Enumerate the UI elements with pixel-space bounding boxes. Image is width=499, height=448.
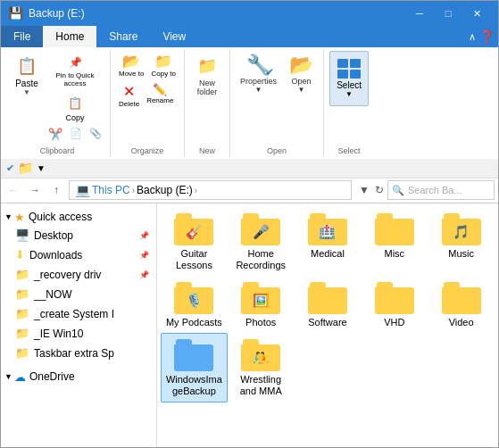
select-label: Select — [324, 146, 374, 155]
open-dropdown[interactable]: ▼ — [298, 86, 305, 94]
copy-path-button[interactable]: 📄 — [67, 126, 85, 143]
file-name: Music — [448, 248, 474, 260]
breadcrumb-backup[interactable]: Backup (E:) — [137, 184, 193, 196]
rename-icon: ✏️ — [153, 83, 167, 96]
move-to-label: Move to — [119, 70, 144, 78]
delete-icon: ✕ — [123, 83, 135, 100]
paste-shortcut-icon: 📎 — [89, 128, 102, 139]
desktop-icon: 🖥️ — [15, 228, 29, 242]
rename-label: Rename — [146, 96, 173, 104]
ribbon-tabs: File Home Share View ∧ ❓ — [1, 26, 498, 47]
clipboard-group: 📋 Paste ▼ 📌 Pin to Quickaccess 📋 Copy — [4, 49, 111, 157]
file-item[interactable]: 🎸Guitar Lessons — [161, 207, 228, 276]
clipboard-label: Clipboard — [4, 146, 110, 155]
sidebar-downloads-label: Downloads — [29, 249, 82, 261]
ribbon-collapse[interactable]: ∧ — [469, 31, 476, 43]
copy-button[interactable]: 📋 Copy — [46, 92, 104, 124]
tab-view[interactable]: View — [150, 26, 198, 47]
paste-shortcut-button[interactable]: 📎 — [87, 126, 104, 143]
sidebar-item-ie[interactable]: 📁 _IE Win10 — [1, 324, 156, 344]
file-name: Software — [308, 317, 346, 328]
tab-file[interactable]: File — [1, 26, 43, 47]
open-label: Open — [292, 77, 312, 86]
maximize-button[interactable]: □ — [434, 1, 462, 26]
breadcrumb-thispc[interactable]: This PC — [92, 184, 130, 196]
pin-quick-access-button[interactable]: 📌 Pin to Quickaccess — [46, 51, 104, 90]
tab-share[interactable]: Share — [96, 26, 150, 47]
qat-dropdown[interactable]: ▼ — [37, 163, 46, 173]
sidebar-recovery-label: _recovery driv — [34, 269, 101, 281]
file-item[interactable]: 🖼️Photos — [228, 276, 295, 333]
search-box[interactable]: 🔍 Search Ba... — [387, 180, 495, 200]
select-button[interactable]: Select ▼ — [329, 51, 369, 106]
copy-to-icon: 📁 — [154, 53, 172, 70]
file-item[interactable]: Misc — [361, 207, 428, 276]
new-folder-icon: 📁 — [195, 54, 220, 79]
sidebar-item-desktop[interactable]: 🖥️ Desktop 📌 — [1, 226, 156, 245]
file-name: Video — [449, 317, 474, 328]
new-folder-button[interactable]: 📁 Newfolder — [190, 51, 224, 99]
paste-dropdown[interactable]: ▼ — [23, 88, 30, 96]
properties-check-icon: ✔ — [265, 66, 274, 79]
taskbar-icon: 📁 — [15, 346, 29, 360]
minimize-button[interactable]: ─ — [405, 1, 434, 26]
cut-button[interactable]: ✂️ — [46, 126, 65, 143]
breadcrumb-sep1: › — [132, 186, 135, 195]
select-dropdown[interactable]: ▼ — [345, 90, 353, 98]
up-button[interactable]: ↑ — [47, 184, 65, 196]
open-button[interactable]: 📂 Open ▼ — [285, 51, 318, 96]
cut-icon: ✂️ — [48, 128, 62, 141]
forward-button[interactable]: → — [26, 184, 44, 196]
breadcrumb[interactable]: 💻 This PC › Backup (E:) › — [69, 180, 352, 200]
file-item[interactable]: 🏥Medical — [295, 207, 362, 276]
file-item[interactable]: 🎵Music — [428, 207, 495, 276]
now-icon: 📁 — [15, 287, 29, 301]
tab-home[interactable]: Home — [43, 26, 96, 47]
search-placeholder: Search Ba... — [408, 185, 462, 195]
file-item[interactable]: 🤼Wrestling and MMA — [228, 333, 295, 402]
quick-access-toolbar: ✔ 📁 ▼ — [1, 159, 498, 178]
new-label: New — [185, 146, 229, 155]
quick-access-label: Quick access — [29, 211, 92, 223]
file-name: WindowsImageBackup — [165, 374, 223, 397]
sidebar-taskbar-label: Taskbar extra Sp — [34, 347, 114, 360]
properties-dropdown[interactable]: ▼ — [255, 86, 262, 94]
desktop-pin-icon: 📌 — [139, 231, 149, 240]
open-label: Open — [230, 146, 323, 155]
onedrive-icon: ☁ — [14, 370, 26, 384]
properties-button[interactable]: 🔧 ✔ Properties ▼ — [236, 51, 281, 96]
file-item[interactable]: 🎤Home Recordings — [228, 207, 295, 276]
rename-button[interactable]: ✏️ Rename — [144, 81, 176, 110]
copy-to-button[interactable]: 📁 Copy to — [148, 51, 179, 79]
file-grid: 🎸Guitar Lessons🎤Home Recordings🏥MedicalM… — [157, 203, 498, 448]
file-item[interactable]: 🎙️My Podcasts — [161, 276, 228, 333]
back-button[interactable]: ← — [4, 184, 22, 196]
sidebar-item-create[interactable]: 📁 _create System I — [1, 304, 156, 324]
quick-access-chevron: ▼ — [4, 212, 12, 221]
ie-icon: 📁 — [15, 327, 29, 340]
file-item[interactable]: VHD — [361, 276, 428, 333]
sidebar-item-taskbar[interactable]: 📁 Taskbar extra Sp — [1, 344, 156, 363]
onedrive-section[interactable]: ▼ ☁ OneDrive — [1, 367, 156, 386]
file-name: Wrestling and MMA — [232, 374, 290, 397]
sidebar-item-downloads[interactable]: ⬇ Downloads 📌 — [1, 245, 156, 265]
help-button[interactable]: ❓ — [479, 29, 495, 44]
quick-access-section[interactable]: ▼ ★ Quick access — [1, 207, 156, 226]
sidebar-item-recovery[interactable]: 📁 _recovery driv 📌 — [1, 265, 156, 285]
downloads-icon: ⬇ — [15, 248, 25, 261]
search-icon: 🔍 — [392, 185, 404, 196]
refresh-button[interactable]: ↻ — [375, 184, 384, 196]
sidebar-item-now[interactable]: 📁 __NOW — [1, 285, 156, 304]
paste-button[interactable]: 📋 Paste ▼ — [10, 51, 44, 99]
close-button[interactable]: ✕ — [462, 1, 491, 26]
delete-button[interactable]: ✕ Delete — [116, 81, 142, 110]
file-item[interactable]: WindowsImageBackup — [161, 333, 228, 402]
paste-label: Paste — [15, 79, 38, 88]
file-item[interactable]: Video — [428, 276, 495, 333]
move-to-button[interactable]: 📂 Move to — [116, 51, 146, 79]
file-item[interactable]: Software — [295, 276, 362, 333]
dropdown-button[interactable]: ▼ — [355, 184, 373, 196]
downloads-pin-icon: 📌 — [139, 251, 149, 260]
main-content: ▼ ★ Quick access 🖥️ Desktop 📌 ⬇ Download… — [1, 203, 498, 448]
sidebar-now-label: __NOW — [34, 288, 72, 301]
